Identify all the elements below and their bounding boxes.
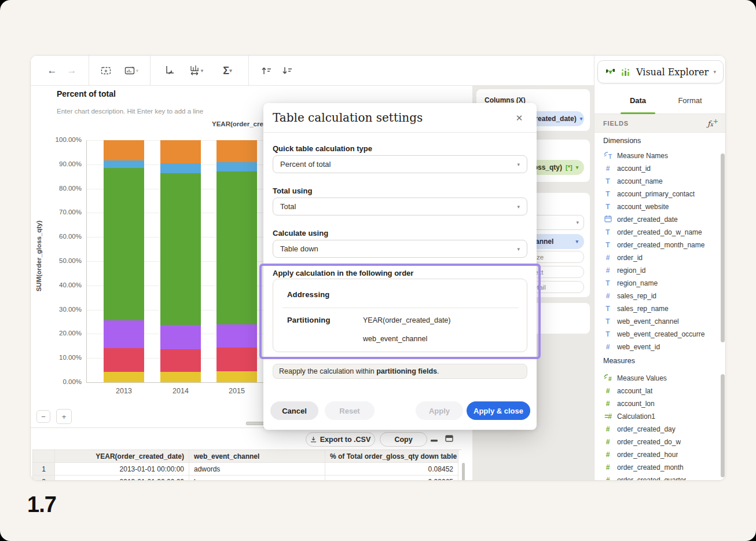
chart-description-placeholder[interactable]: Enter chart description. Hit Enter key t…: [57, 108, 203, 115]
cancel-button[interactable]: Cancel: [270, 401, 318, 420]
table-column-header[interactable]: YEAR(order_created_date): [55, 450, 189, 463]
chevron-down-icon[interactable]: ▾: [575, 239, 578, 244]
total-using-label: Total using: [273, 187, 312, 195]
toolbar-divider: [89, 56, 89, 86]
bar-segment-segment-2[interactable]: [160, 349, 201, 371]
swap-axes-icon[interactable]: [160, 62, 178, 79]
zoom-in-button[interactable]: +: [56, 409, 72, 424]
table-cell: adwords: [189, 463, 325, 476]
field-item[interactable]: Taccount_primary_contact: [603, 188, 705, 200]
field-item[interactable]: #web_event_id: [603, 341, 705, 353]
partitioning-field[interactable]: YEAR(order_created_date): [363, 316, 450, 324]
bar-segment-segment-2[interactable]: [216, 348, 257, 371]
bar-segment-segment-3[interactable]: [160, 325, 201, 349]
bar-segment-segment-3[interactable]: [216, 324, 257, 348]
apply-button[interactable]: Apply: [416, 401, 463, 420]
field-item[interactable]: Tweb_event_channel: [603, 315, 705, 328]
measures-scrollbar[interactable]: [721, 374, 725, 477]
field-item[interactable]: #order_created_do_w: [603, 436, 705, 448]
forward-icon[interactable]: →: [63, 62, 80, 79]
reset-button[interactable]: Reset: [325, 401, 375, 420]
bar-segment-segment-4[interactable]: [160, 173, 201, 326]
number-type-icon: #: [603, 387, 612, 395]
bar-segment-segment-5[interactable]: [104, 160, 144, 168]
tab-format[interactable]: Format: [664, 87, 716, 114]
element-switcher-button[interactable]: Visual Explorer ▾: [597, 60, 724, 83]
copy-button[interactable]: Copy: [380, 432, 427, 447]
table-vertical-scrollbar[interactable]: [462, 463, 465, 481]
field-item[interactable]: #order_created_hour: [603, 448, 705, 461]
bar-segment-segment-1-bottom[interactable]: [104, 372, 144, 382]
field-item[interactable]: Tregion_name: [603, 277, 705, 290]
bar-segment-segment-5[interactable]: [216, 162, 257, 172]
export-csv-button[interactable]: Export to .CSV: [306, 432, 375, 447]
field-item[interactable]: Taccount_name: [603, 175, 705, 188]
partitioning-field[interactable]: web_event_channel: [363, 335, 427, 343]
field-item[interactable]: #order_created_day: [603, 423, 705, 436]
field-name: order_created_do_w: [617, 438, 681, 446]
field-item[interactable]: #order_created_quarter: [603, 474, 705, 481]
close-icon[interactable]: ✕: [512, 111, 526, 125]
aggregate-sigma-icon[interactable]: Σ▾: [215, 62, 240, 79]
field-item[interactable]: #account_id: [603, 162, 705, 175]
chevron-down-icon[interactable]: ▾: [580, 116, 583, 122]
bar-segment-segment-6-top[interactable]: [216, 140, 257, 162]
table-cell: 0.08452: [325, 463, 458, 476]
bar-segment-segment-6-top[interactable]: [104, 140, 144, 160]
sort-ascending-icon[interactable]: [258, 62, 275, 79]
field-item[interactable]: Torder_created_month_name: [603, 239, 705, 251]
chevron-down-icon[interactable]: ▾: [576, 165, 579, 170]
zoom-out-button[interactable]: −: [36, 410, 50, 423]
resize-bars-icon[interactable]: ▾: [184, 62, 209, 79]
total-using-value: Total: [280, 202, 296, 211]
field-item[interactable]: #order_created_month: [603, 461, 705, 474]
table-row[interactable]: 22013-01-01 00:00:00banner0.03065: [33, 476, 461, 481]
bar-segment-segment-3[interactable]: [104, 320, 144, 348]
field-item[interactable]: Tsales_rep_name: [603, 302, 705, 315]
results-table[interactable]: YEAR(order_created_date)web_event_channe…: [32, 449, 461, 481]
bar-segment-segment-5[interactable]: [160, 163, 201, 173]
table-column-header[interactable]: % of Total order_gloss_qty down table: [325, 450, 458, 463]
fields-header-bar: FIELDS ƒx+: [594, 114, 726, 133]
table-column-header[interactable]: web_event_channel: [189, 450, 325, 463]
field-item[interactable]: #account_lat: [603, 385, 705, 397]
quick-type-select[interactable]: Percent of total ▾: [273, 155, 527, 173]
expand-table-icon[interactable]: [445, 434, 453, 440]
bar-segment-segment-6-top[interactable]: [160, 140, 201, 163]
field-item[interactable]: Torder_created_do_w_name: [603, 226, 705, 239]
bar-segment-segment-4[interactable]: [104, 168, 144, 321]
dimensions-scrollbar[interactable]: [721, 153, 725, 342]
bar-segment-segment-1-bottom[interactable]: [216, 371, 257, 382]
field-item[interactable]: #sales_rep_id: [603, 290, 705, 302]
field-item[interactable]: #order_id: [603, 251, 705, 264]
apply-close-button[interactable]: Apply & close: [467, 401, 530, 420]
remove-chart-icon[interactable]: × ▾: [119, 62, 144, 79]
bar-segment-segment-4[interactable]: [216, 171, 257, 324]
partitioning-label: Partitioning: [287, 316, 331, 324]
y-tick-label: 40.00%: [41, 282, 82, 288]
field-item[interactable]: TMeasure Names: [603, 149, 705, 162]
field-item[interactable]: #region_id: [603, 264, 705, 277]
field-item[interactable]: order_created_date: [603, 213, 705, 226]
field-item[interactable]: Tweb_event_created_occurred...: [603, 328, 705, 341]
field-item[interactable]: =#Calculation1: [603, 410, 705, 423]
field-item[interactable]: #Measure Values: [603, 372, 705, 385]
bar-chart-icon: [621, 68, 632, 76]
chevron-down-icon: ▾: [576, 220, 579, 225]
table-row[interactable]: 12013-01-01 00:00:00adwords0.08452: [33, 463, 461, 476]
field-item[interactable]: #account_lon: [603, 397, 705, 410]
back-icon[interactable]: ←: [43, 62, 61, 79]
bar-segment-segment-2[interactable]: [104, 348, 144, 372]
collapse-table-icon[interactable]: [430, 436, 438, 442]
tab-data[interactable]: Data: [612, 87, 664, 114]
add-calculation-icon[interactable]: ƒx+: [707, 118, 718, 128]
calculate-using-select[interactable]: Table down ▾: [273, 240, 527, 258]
chart-title[interactable]: Percent of total: [57, 89, 116, 98]
bar-segment-segment-1-bottom[interactable]: [160, 372, 201, 382]
total-using-select[interactable]: Total ▾: [273, 198, 527, 215]
add-chart-icon[interactable]: +: [98, 62, 115, 79]
measure-names-icon: T: [603, 151, 612, 161]
sort-descending-icon[interactable]: [278, 62, 296, 79]
field-item[interactable]: Taccount_website: [603, 200, 705, 213]
field-name: sales_rep_id: [617, 292, 656, 300]
